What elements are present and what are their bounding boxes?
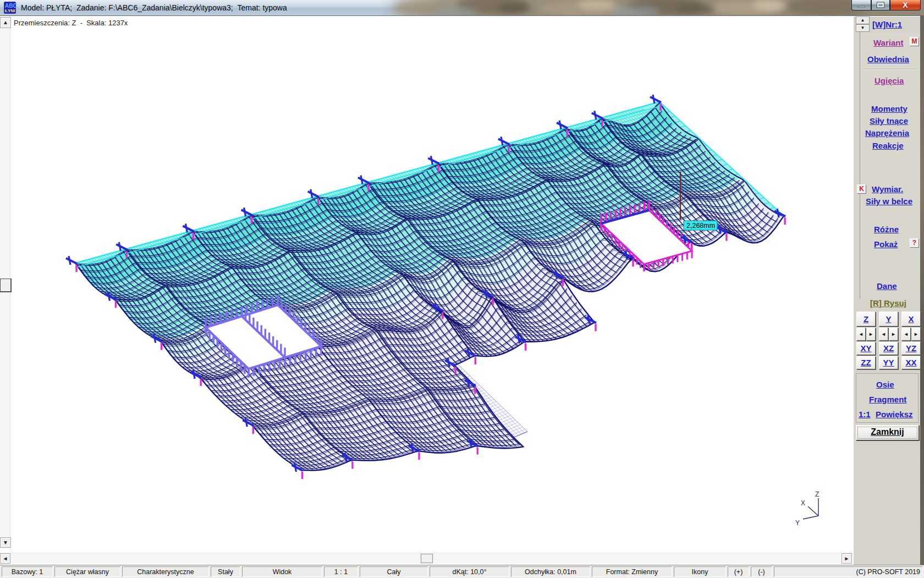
svg-text:Z: Z xyxy=(815,490,819,498)
svg-text:X: X xyxy=(801,499,805,507)
svg-text:2,268mm: 2,268mm xyxy=(686,222,715,230)
svg-text:Y: Y xyxy=(795,519,800,527)
